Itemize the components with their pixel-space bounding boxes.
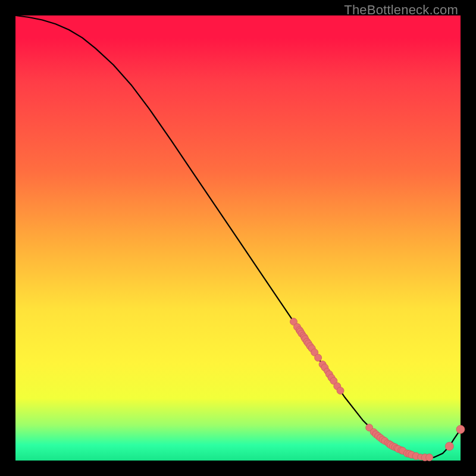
data-point [315,354,322,361]
chart-frame: TheBottleneck.com [0,0,476,476]
series-points [290,318,465,461]
data-point [426,454,433,461]
chart-overlay [15,15,461,461]
series-curve [15,15,461,458]
data-point [445,442,453,450]
data-point [337,387,344,394]
data-point [456,425,465,434]
